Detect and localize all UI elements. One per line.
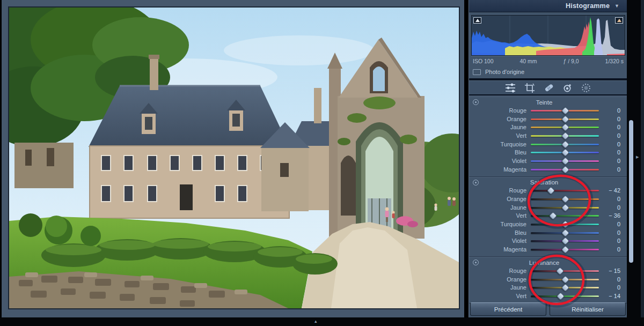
slider-value: 0 [599, 204, 627, 211]
slider-track[interactable] [531, 215, 599, 217]
hsl-row-saturation-magenta: Magenta 0 [469, 245, 627, 254]
shadow-clipping-indicator[interactable] [473, 17, 481, 24]
slider-track[interactable] [531, 295, 599, 297]
slider-thumb[interactable] [556, 292, 565, 301]
slider-thumb[interactable] [561, 165, 569, 174]
hsl-panel: Teinte Rouge 0 Orange 0 Jaune 0 Vert 0 [469, 97, 627, 303]
slider[interactable] [531, 221, 599, 227]
slider-label: Rouge [469, 107, 531, 114]
exif-focal-length: 40 mm [519, 58, 537, 64]
slider-value: 0 [599, 141, 627, 147]
slider[interactable] [531, 268, 599, 274]
slider-label: Rouge [469, 187, 531, 194]
slider-value: 0 [599, 276, 627, 283]
slider-thumb[interactable] [548, 212, 557, 220]
previous-button[interactable]: Précédent [470, 302, 546, 316]
section-toggle-icon[interactable] [473, 260, 479, 265]
slider-thumb[interactable] [561, 284, 569, 292]
hsl-row-teinte-jaune: Jaune 0 [469, 123, 627, 131]
hsl-row-luminance-rouge: Rouge − 15 [469, 266, 627, 275]
slider[interactable] [531, 107, 599, 114]
hsl-section-title: Luminance [469, 260, 619, 266]
hsl-row-saturation-turquoise: Turquoise 0 [469, 220, 627, 228]
slider-value: − 42 [599, 187, 627, 194]
slider[interactable] [531, 246, 599, 253]
hsl-row-saturation-orange: Orange 0 [469, 195, 627, 203]
hsl-row-luminance-jaune: Jaune 0 [469, 283, 627, 292]
slider-thumb[interactable] [561, 237, 569, 246]
slider[interactable] [531, 212, 599, 219]
slider[interactable] [531, 124, 599, 130]
slider[interactable] [531, 238, 599, 244]
slider-thumb[interactable] [561, 220, 569, 229]
slider[interactable] [531, 293, 599, 299]
histogram-panel-header[interactable]: Histogramme ▼ [469, 0, 627, 12]
slider-thumb[interactable] [561, 149, 569, 157]
red-eye-icon[interactable] [562, 83, 573, 93]
panel-collapse-arrow-icon[interactable]: ▸ [636, 154, 639, 160]
original-photo-toggle[interactable]: Photo d'origine [471, 68, 524, 76]
hsl-row-saturation-bleu: Bleu 0 [469, 228, 627, 237]
histogram[interactable] [471, 15, 625, 56]
crop-icon[interactable] [524, 83, 535, 93]
photo-abbey[interactable] [8, 6, 460, 309]
slider-label: Vert [469, 293, 531, 299]
hsl-row-luminance-vert: Vert − 14 [469, 292, 627, 300]
slider-label: Jaune [469, 284, 531, 291]
highlight-clipping-icon [617, 19, 621, 22]
shadow-clipping-icon [475, 19, 480, 22]
slider-thumb[interactable] [561, 195, 569, 204]
reset-button[interactable]: Réinitialiser [550, 302, 626, 316]
hsl-row-teinte-turquoise: Turquoise 0 [469, 140, 627, 149]
panel-scrollbar[interactable] [629, 120, 633, 263]
slider-thumb[interactable] [547, 187, 555, 195]
masking-icon[interactable] [581, 83, 591, 93]
photo-canvas [2, 0, 464, 317]
slider[interactable] [531, 187, 599, 194]
slider[interactable] [531, 149, 599, 155]
section-toggle-icon[interactable] [473, 180, 479, 186]
slider-thumb[interactable] [556, 267, 565, 276]
slider-label: Vert [469, 132, 531, 139]
hsl-row-teinte-vert: Vert 0 [469, 131, 627, 140]
slider[interactable] [531, 116, 599, 122]
slider-thumb[interactable] [561, 107, 569, 115]
slider-thumb[interactable] [561, 229, 569, 238]
chevron-down-icon[interactable]: ▼ [614, 3, 619, 9]
slider[interactable] [531, 229, 599, 236]
hsl-section-title: Teinte [469, 99, 619, 106]
hsl-row-saturation-violet: Violet 0 [469, 237, 627, 246]
slider-label: Turquoise [469, 221, 531, 227]
hsl-section-header: Saturation [469, 179, 627, 187]
slider[interactable] [531, 196, 599, 202]
slider[interactable] [531, 276, 599, 283]
slider-thumb[interactable] [561, 246, 569, 254]
color-mixer-icon[interactable] [504, 83, 516, 93]
slider-thumb[interactable] [561, 123, 569, 132]
section-toggle-icon[interactable] [473, 99, 479, 105]
hsl-row-saturation-vert: Vert − 36 [469, 212, 627, 220]
slider[interactable] [531, 141, 599, 147]
slider[interactable] [531, 132, 599, 139]
slider[interactable] [531, 284, 599, 291]
slider-thumb[interactable] [561, 157, 569, 166]
filmstrip-toggle-icon[interactable]: ▴ [314, 318, 317, 324]
slider-track[interactable] [531, 190, 599, 191]
tool-strip [469, 80, 627, 95]
slider[interactable] [531, 158, 599, 164]
slider-thumb[interactable] [561, 115, 569, 123]
slider-thumb[interactable] [561, 132, 569, 140]
slider-thumb[interactable] [561, 275, 569, 284]
slider-thumb[interactable] [561, 203, 569, 212]
slider[interactable] [531, 204, 599, 211]
slider[interactable] [531, 166, 599, 173]
original-photo-checkbox[interactable] [473, 69, 481, 75]
slider-thumb[interactable] [561, 140, 569, 149]
heal-icon[interactable] [543, 83, 554, 93]
hsl-section-header: Teinte [469, 98, 627, 106]
slider-track[interactable] [531, 270, 599, 272]
footer-buttons: Précédent Réinitialiser [469, 302, 627, 316]
slider-label: Rouge [469, 268, 531, 274]
highlight-clipping-indicator[interactable] [615, 17, 623, 24]
slider-label: Bleu [469, 229, 531, 236]
